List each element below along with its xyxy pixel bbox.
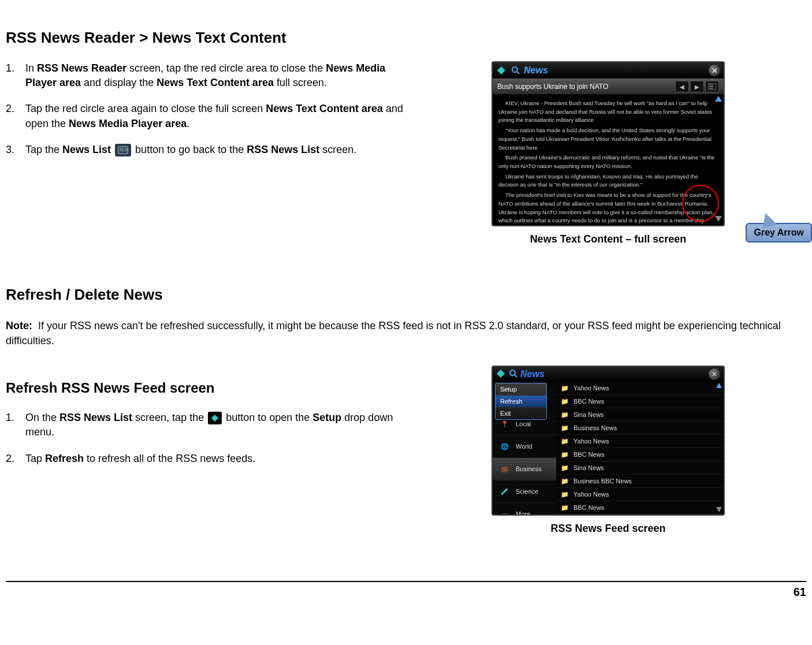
feed-list: 📁Yahoo News 📁BBC News 📁Sina News 📁Busine… [556, 382, 724, 514]
feed-row[interactable]: 📁Yahoo News [556, 435, 724, 448]
more-icon: ⋯ [498, 508, 511, 516]
menu-item-exit[interactable]: Exit [496, 408, 546, 419]
scroll-down-icon[interactable] [715, 216, 722, 222]
svg-rect-4 [125, 148, 127, 151]
svg-marker-14 [497, 370, 505, 378]
screenshot-news-text: News ✕ Bush supports Ukraine to join NAT… [491, 61, 725, 226]
feed-row[interactable]: 📁Sina News [556, 461, 724, 475]
search-icon[interactable] [509, 369, 518, 379]
svg-line-8 [517, 72, 519, 74]
prev-article-button[interactable]: ◀ [675, 81, 689, 92]
sidebar-item-world[interactable]: 🌐World [493, 435, 556, 458]
menu-item-refresh[interactable]: Refresh [496, 396, 546, 408]
step-2: Tap the red circle area again to close t… [17, 102, 410, 131]
folder-icon: 📁 [561, 451, 569, 458]
folder-icon: 📁 [561, 411, 569, 419]
sidebar-item-more[interactable]: ⋯More [493, 503, 556, 516]
note: Note: If your RSS news can't be refreshe… [6, 318, 806, 348]
category-sidebar: Setup Refresh Exit 📍Local 🌐World 💼Busine… [493, 382, 556, 514]
steps-list-3: On the RSS News List screen, tap the but… [6, 411, 410, 466]
feed-row[interactable]: 📁BBC News [556, 448, 724, 461]
app-title: News [520, 369, 545, 379]
folder-icon: 📁 [561, 478, 569, 485]
feed-row[interactable]: 📁Business News [556, 422, 724, 435]
home-icon[interactable] [496, 369, 505, 379]
svg-line-16 [515, 375, 517, 377]
red-circle-annotation [682, 185, 719, 222]
setup-dropdown: Setup Refresh Exit [495, 383, 547, 420]
setup-menu-icon [208, 412, 222, 424]
section-title-2: Refresh / Delete News [6, 286, 806, 304]
world-icon: 🌐 [498, 440, 511, 453]
folder-icon: 📁 [561, 504, 569, 512]
page-footer: 61 [6, 581, 806, 599]
science-icon: 🧪 [498, 485, 511, 498]
step-3-1: On the RSS News List screen, tap the but… [17, 411, 410, 439]
feed-row[interactable]: 📁Yahoo News [556, 488, 724, 501]
svg-marker-13 [211, 415, 218, 422]
next-article-button[interactable]: ▶ [690, 81, 704, 92]
scrollbar[interactable] [716, 383, 722, 513]
folder-icon: 📁 [561, 424, 569, 432]
feed-row[interactable]: 📁BBC News [556, 395, 724, 408]
svg-point-15 [510, 370, 515, 375]
sidebar-item-science[interactable]: 🧪Science [493, 480, 556, 503]
section-title-3: Refresh RSS News Feed screen [6, 380, 410, 396]
step-3: Tap the News List button to go back to t… [17, 143, 410, 157]
step-3-2: Tap Refresh to refresh all of the RSS ne… [17, 452, 410, 466]
feed-row[interactable]: 📁BBC News [556, 501, 724, 514]
home-icon[interactable] [496, 65, 506, 76]
svg-point-7 [512, 67, 517, 72]
close-icon[interactable]: ✕ [709, 65, 720, 76]
steps-list-1: In RSS News Reader screen, tap the red c… [6, 61, 410, 157]
app-title: News [524, 65, 548, 76]
feed-row[interactable]: 📁Business BBC News [556, 475, 724, 488]
scrollbar[interactable] [714, 96, 722, 223]
folder-icon: 📁 [561, 385, 569, 392]
screenshot-caption-2: RSS News Feed screen [550, 523, 665, 535]
screenshot-feed-list: News ✕ Setup Refresh Exit 📍Local 🌐World … [491, 366, 725, 516]
folder-icon: 📁 [561, 464, 569, 472]
close-icon[interactable]: ✕ [709, 368, 720, 380]
scroll-up-icon[interactable] [715, 96, 722, 102]
callout-grey-arrow: Grey Arrow [746, 223, 812, 243]
page-number: 61 [794, 586, 806, 598]
article-headline: Bush supports Ukraine to join NATO [497, 83, 674, 91]
folder-icon: 📁 [561, 438, 569, 445]
feed-row[interactable]: 📁Yahoo News [556, 382, 724, 395]
folder-icon: 📁 [561, 491, 569, 498]
news-list-button[interactable] [705, 81, 719, 92]
menu-item-setup[interactable]: Setup [496, 383, 546, 396]
feed-row[interactable]: 📁Sina News [556, 514, 724, 516]
business-icon: 💼 [498, 463, 511, 475]
section-title-1: RSS News Reader > News Text Content [6, 29, 806, 47]
step-1: In RSS News Reader screen, tap the red c… [17, 61, 410, 90]
feed-row[interactable]: 📁Sina News [556, 408, 724, 422]
svg-marker-5 [497, 66, 505, 74]
news-list-icon [115, 144, 131, 156]
screenshot-caption-1: News Text Content – full screen [530, 233, 687, 245]
folder-icon: 📁 [561, 398, 569, 405]
scroll-down-icon[interactable] [716, 507, 722, 512]
scroll-up-icon[interactable] [716, 383, 722, 388]
search-icon[interactable] [510, 65, 522, 76]
article-body: KIEV, Ukraine - President Bush said Tues… [493, 95, 724, 225]
sidebar-item-business[interactable]: 💼Business [493, 458, 556, 480]
